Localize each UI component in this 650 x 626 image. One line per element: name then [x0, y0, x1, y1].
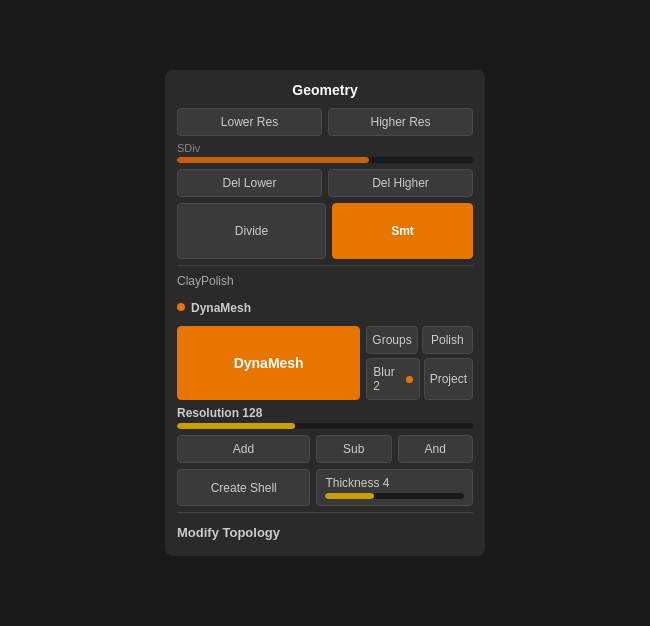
divider-1 — [177, 265, 473, 266]
resolution-track[interactable] — [177, 423, 473, 429]
create-shell-button[interactable]: Create Shell — [177, 469, 310, 506]
clay-polish-label: ClayPolish — [177, 274, 473, 288]
divider-2 — [177, 512, 473, 513]
add-sub-row: Add Sub And — [177, 435, 473, 463]
sdiv-label: SDiv — [177, 142, 473, 154]
divide-smt-row: Divide Smt — [177, 203, 473, 259]
resolution-label: Resolution 128 — [177, 406, 473, 420]
blur-button[interactable]: Blur 2 — [366, 358, 419, 400]
and-button[interactable]: And — [398, 435, 474, 463]
groups-button[interactable]: Groups — [366, 326, 417, 354]
blur-project-row: Blur 2 Project — [366, 358, 473, 400]
blur-label: Blur 2 — [373, 365, 402, 393]
dynamesh-dot — [177, 303, 185, 311]
modify-topology-label: Modify Topology — [177, 521, 473, 544]
resolution-row: Resolution 128 — [177, 406, 473, 429]
res-buttons-row: Lower Res Higher Res — [177, 108, 473, 136]
thickness-control[interactable]: Thickness 4 — [316, 469, 473, 506]
thickness-fill — [325, 493, 373, 499]
panel-title: Geometry — [177, 82, 473, 98]
dynamesh-side-buttons: Groups Polish Blur 2 Project — [366, 326, 473, 400]
project-button[interactable]: Project — [424, 358, 473, 400]
create-thickness-row: Create Shell Thickness 4 — [177, 469, 473, 506]
blur-dot — [406, 376, 412, 383]
sdiv-fill — [177, 157, 369, 163]
divide-button[interactable]: Divide — [177, 203, 326, 259]
del-higher-button[interactable]: Del Higher — [328, 169, 473, 197]
del-lower-button[interactable]: Del Lower — [177, 169, 322, 197]
sdiv-track[interactable] — [177, 157, 473, 163]
higher-res-button[interactable]: Higher Res — [328, 108, 473, 136]
dynamesh-button[interactable]: DynaMesh — [177, 326, 360, 400]
sdiv-slider-row: SDiv — [177, 142, 473, 163]
sub-button[interactable]: Sub — [316, 435, 392, 463]
dynamesh-section: DynaMesh DynaMesh Groups Polish Blur 2 P… — [177, 293, 473, 506]
thickness-track[interactable] — [325, 493, 464, 499]
resolution-fill — [177, 423, 295, 429]
dynamesh-header-label: DynaMesh — [191, 301, 251, 315]
dynamesh-grid: DynaMesh Groups Polish Blur 2 Project — [177, 326, 473, 400]
add-button[interactable]: Add — [177, 435, 310, 463]
dynamesh-header: DynaMesh — [177, 293, 473, 320]
geometry-panel: Geometry Lower Res Higher Res SDiv Del L… — [165, 70, 485, 556]
smt-button[interactable]: Smt — [332, 203, 473, 259]
groups-polish-row: Groups Polish — [366, 326, 473, 354]
lower-res-button[interactable]: Lower Res — [177, 108, 322, 136]
thickness-label: Thickness 4 — [325, 476, 389, 490]
del-buttons-row: Del Lower Del Higher — [177, 169, 473, 197]
polish-button[interactable]: Polish — [422, 326, 473, 354]
